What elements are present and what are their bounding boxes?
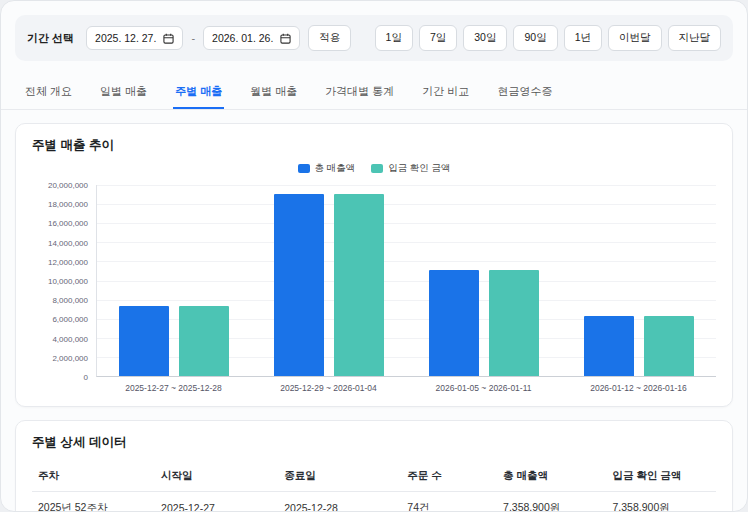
bar-group (407, 185, 562, 376)
sales-dashboard: 기간 선택 2025. 12. 27. - 2026. 01. 26. (0, 0, 748, 512)
bar (489, 270, 539, 376)
weekly-sales-bar-chart: 20,000,00018,000,00016,000,00014,000,000… (32, 185, 716, 393)
table-cell: 74건 (401, 492, 497, 512)
x-axis-label: 2026-01-05 ~ 2026-01-11 (406, 383, 561, 393)
bar (644, 316, 694, 376)
table-header-cell: 주차 (32, 461, 155, 492)
table-cell: 2025-12-28 (278, 492, 401, 512)
chart-title: 주별 매출 추이 (32, 137, 716, 154)
table-header-cell: 주문 수 (401, 461, 497, 492)
quick-range-button-7[interactable]: 지난달 (668, 25, 722, 51)
start-date-value: 2025. 12. 27. (95, 32, 156, 44)
bar (119, 306, 169, 376)
apply-button[interactable]: 적용 (308, 25, 351, 51)
quick-range-button-1[interactable]: 1일 (375, 25, 413, 51)
calendar-icon[interactable] (163, 33, 174, 44)
bar (179, 306, 229, 376)
chart-plot-area (96, 185, 716, 377)
x-axis-label: 2025-12-27 ~ 2025-12-28 (96, 383, 251, 393)
y-axis-tick: 18,000,000 (48, 200, 88, 209)
end-date-value: 2026. 01. 26. (212, 32, 273, 44)
quick-range-button-4[interactable]: 90일 (513, 25, 557, 51)
legend-label: 입금 확인 금액 (388, 162, 450, 175)
y-axis-tick: 0 (84, 373, 88, 382)
table-header-cell: 종료일 (278, 461, 401, 492)
bar-group (97, 185, 252, 376)
y-axis-tick: 14,000,000 (48, 238, 88, 247)
weekly-sales-chart-card: 주별 매출 추이 총 매출액입금 확인 금액 20,000,00018,000,… (15, 123, 733, 407)
table-cell: 7,358,900원 (607, 492, 716, 512)
legend-swatch (371, 164, 383, 173)
quick-range-button-5[interactable]: 1년 (564, 25, 602, 51)
period-select-label: 기간 선택 (27, 31, 74, 46)
y-axis-tick: 4,000,000 (52, 334, 88, 343)
bar (274, 194, 324, 376)
weekly-detail-table-card: 주별 상세 데이터 주차시작일종료일주문 수총 매출액입금 확인 금액 2025… (15, 420, 733, 512)
tab-1[interactable]: 전체 개요 (23, 75, 74, 109)
quick-range-button-3[interactable]: 30일 (463, 25, 507, 51)
table-header-cell: 입금 확인 금액 (607, 461, 716, 492)
legend-item: 총 매출액 (298, 162, 356, 175)
start-date-input[interactable]: 2025. 12. 27. (86, 26, 183, 50)
tab-7[interactable]: 현금영수증 (495, 75, 554, 109)
tab-3[interactable]: 주별 매출 (173, 75, 224, 109)
table-header-cell: 시작일 (155, 461, 278, 492)
legend-item: 입금 확인 금액 (371, 162, 450, 175)
table-row: 2025년 52주차2025-12-272025-12-2874건7,358,9… (32, 492, 716, 512)
calendar-icon[interactable] (280, 33, 291, 44)
end-date-input[interactable]: 2026. 01. 26. (203, 26, 300, 50)
tab-5[interactable]: 가격대별 통계 (323, 75, 396, 109)
quick-range-button-6[interactable]: 이번달 (608, 25, 662, 51)
y-axis-tick: 2,000,000 (52, 353, 88, 362)
y-axis-tick: 16,000,000 (48, 219, 88, 228)
report-tabs: 전체 개요일별 매출주별 매출월별 매출가격대별 통계기간 비교현금영수증 (1, 75, 747, 110)
chart-x-axis-labels: 2025-12-27 ~ 2025-12-282025-12-29 ~ 2026… (96, 383, 716, 393)
y-axis-tick: 20,000,000 (48, 181, 88, 190)
tab-2[interactable]: 일별 매출 (98, 75, 149, 109)
tab-4[interactable]: 월별 매출 (248, 75, 299, 109)
table-title: 주별 상세 데이터 (32, 434, 716, 451)
bar-group (561, 185, 716, 376)
table-cell: 7,358,900원 (497, 492, 606, 512)
quick-range-button-2[interactable]: 7일 (419, 25, 457, 51)
y-axis-tick: 6,000,000 (52, 315, 88, 324)
weekly-detail-table: 주차시작일종료일주문 수총 매출액입금 확인 금액 2025년 52주차2025… (32, 461, 716, 512)
y-axis-tick: 12,000,000 (48, 257, 88, 266)
x-axis-label: 2025-12-29 ~ 2026-01-04 (251, 383, 406, 393)
bar (334, 194, 384, 376)
bar (429, 270, 479, 376)
quick-range-buttons: 1일7일30일90일1년이번달지난달 (375, 25, 721, 51)
table-cell: 2025년 52주차 (32, 492, 155, 512)
table-cell: 2025-12-27 (155, 492, 278, 512)
legend-label: 총 매출액 (315, 162, 356, 175)
chart-y-axis: 20,000,00018,000,00016,000,00014,000,000… (32, 185, 96, 377)
chart-legend: 총 매출액입금 확인 금액 (32, 162, 716, 175)
y-axis-tick: 10,000,000 (48, 277, 88, 286)
bar (584, 316, 634, 376)
date-range-separator: - (191, 32, 195, 44)
table-header-cell: 총 매출액 (497, 461, 606, 492)
x-axis-label: 2026-01-12 ~ 2026-01-16 (561, 383, 716, 393)
legend-swatch (298, 164, 310, 173)
tab-6[interactable]: 기간 비교 (420, 75, 471, 109)
bar-group (252, 185, 407, 376)
period-toolbar: 기간 선택 2025. 12. 27. - 2026. 01. 26. (15, 15, 733, 61)
y-axis-tick: 8,000,000 (52, 296, 88, 305)
